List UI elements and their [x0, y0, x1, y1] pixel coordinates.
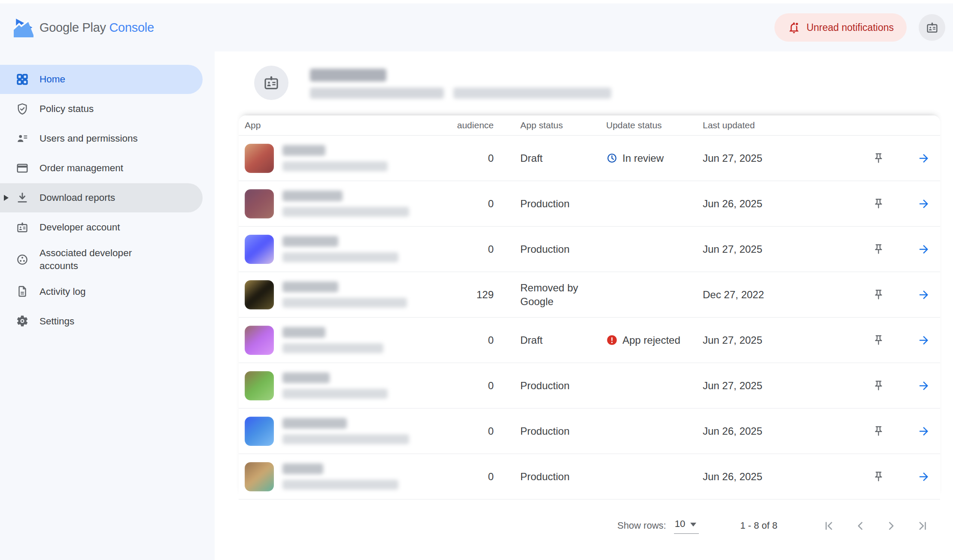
- pin-button[interactable]: [868, 380, 889, 391]
- pin-button[interactable]: [868, 198, 889, 209]
- play-console-logo[interactable]: Google Play Console: [14, 18, 154, 37]
- app-icon-redacted: [245, 280, 274, 309]
- app-status: Removed by Google: [520, 281, 606, 308]
- audience-value: 0: [434, 152, 494, 164]
- app-status: Production: [520, 424, 606, 438]
- app-name-redacted: [282, 418, 409, 444]
- audience-value: 0: [434, 380, 494, 392]
- pin-icon: [873, 198, 884, 209]
- table-row[interactable]: 0 Production Jun 26, 2025: [239, 454, 940, 499]
- table-body: 0 Draft In review Jun 27, 2025 0 Product…: [239, 136, 940, 499]
- open-app-arrow-button[interactable]: [914, 379, 934, 392]
- pin-button[interactable]: [868, 243, 889, 255]
- app-name-redacted: [282, 282, 407, 308]
- pin-button[interactable]: [868, 334, 889, 346]
- last-updated: Dec 27, 2022: [703, 289, 832, 301]
- app-name-redacted: [282, 327, 383, 353]
- pin-button[interactable]: [868, 471, 889, 482]
- main-content: App audience App status Update status La…: [215, 51, 953, 560]
- open-app-arrow-button[interactable]: [914, 334, 934, 347]
- last-updated: Jun 26, 2025: [703, 471, 832, 483]
- account-name-redacted: [310, 69, 386, 82]
- sidebar-item-download-reports[interactable]: Download reports: [0, 183, 203, 212]
- last-updated: Jun 27, 2025: [703, 380, 832, 392]
- app-icon-redacted: [245, 417, 274, 446]
- error-icon: [606, 334, 618, 346]
- sidebar-item-home[interactable]: Home: [0, 65, 203, 94]
- clock-icon: [606, 152, 618, 164]
- sidebar-item-order-management[interactable]: Order management: [0, 154, 203, 183]
- app-status: Production: [520, 379, 606, 392]
- arrow-right-icon: [917, 288, 930, 301]
- pin-button[interactable]: [868, 152, 889, 164]
- sidebar-item-associated-developer-accounts[interactable]: Associated developer accounts: [0, 242, 203, 276]
- arrow-right-icon: [917, 197, 930, 210]
- audience-value: 0: [434, 334, 494, 346]
- table-row[interactable]: 0 Production Jun 27, 2025: [239, 363, 940, 409]
- next-page-button[interactable]: [885, 519, 898, 532]
- sidebar-item-activity-log[interactable]: Activity log: [0, 277, 203, 306]
- unread-notifications-button[interactable]: Unread notifications: [774, 13, 907, 42]
- next-page-icon: [885, 520, 898, 532]
- account-email-redacted: [310, 88, 444, 99]
- rows-per-page-select[interactable]: 10: [674, 518, 699, 534]
- update-status: In review: [606, 152, 703, 164]
- pin-button[interactable]: [868, 425, 889, 437]
- bell-icon: [787, 21, 801, 34]
- open-app-arrow-button[interactable]: [914, 470, 934, 483]
- first-page-button[interactable]: [822, 519, 835, 532]
- unread-notifications-label: Unread notifications: [807, 22, 894, 33]
- app-status: Production: [520, 470, 606, 483]
- last-updated: Jun 26, 2025: [703, 198, 832, 210]
- pagination-controls: [822, 519, 929, 532]
- app-cell: [245, 144, 434, 173]
- last-page-button[interactable]: [916, 519, 929, 532]
- developer-account-button[interactable]: [919, 14, 945, 41]
- last-updated: Jun 27, 2025: [703, 243, 832, 255]
- column-header-audience: audience: [434, 120, 494, 130]
- sidebar-item-policy-status[interactable]: Policy status: [0, 94, 203, 124]
- open-app-arrow-button[interactable]: [914, 152, 934, 165]
- arrow-right-icon: [917, 243, 930, 256]
- chevron-down-icon: [690, 523, 696, 527]
- open-app-arrow-button[interactable]: [914, 425, 934, 438]
- open-app-arrow-button[interactable]: [914, 288, 934, 301]
- pin-icon: [873, 471, 884, 482]
- account-avatar: [254, 66, 288, 100]
- previous-page-button[interactable]: [853, 519, 866, 532]
- sidebar-item-developer-account[interactable]: Developer account: [0, 213, 203, 242]
- app-cell: [245, 235, 434, 264]
- app-status: Production: [520, 242, 606, 256]
- pin-icon: [873, 334, 884, 346]
- table-row[interactable]: 0 Production Jun 27, 2025: [239, 227, 940, 272]
- audience-value: 0: [434, 425, 494, 437]
- arrow-right-icon: [917, 425, 930, 438]
- table-row[interactable]: 0 Production Jun 26, 2025: [239, 181, 940, 227]
- open-app-arrow-button[interactable]: [914, 243, 934, 256]
- id-badge-icon: [16, 221, 29, 234]
- app-icon-redacted: [245, 462, 274, 491]
- sidebar-item-settings[interactable]: Settings: [0, 306, 203, 336]
- audience-value: 0: [434, 471, 494, 483]
- sidebar: Home Policy status Users and permissions…: [0, 51, 215, 560]
- table-row[interactable]: 0 Draft App rejected Jun 27, 2025: [239, 318, 940, 363]
- app-icon-redacted: [245, 189, 274, 218]
- app-name-redacted: [282, 236, 398, 262]
- account-info-redacted: [310, 66, 611, 99]
- table-row[interactable]: 129 Removed by Google Dec 27, 2022: [239, 272, 940, 318]
- column-header-last-updated: Last updated: [703, 120, 832, 130]
- expand-caret-icon[interactable]: [4, 195, 9, 201]
- sidebar-item-users-permissions[interactable]: Users and permissions: [0, 124, 203, 153]
- app-cell: [245, 462, 434, 491]
- logo-text: Google Play Console: [39, 21, 154, 35]
- last-updated: Jun 27, 2025: [703, 334, 832, 346]
- app-status: Draft: [520, 151, 606, 165]
- update-status-label: App rejected: [622, 334, 680, 346]
- last-updated: Jun 26, 2025: [703, 425, 832, 437]
- table-row[interactable]: 0 Production Jun 26, 2025: [239, 409, 940, 454]
- download-icon: [16, 191, 29, 204]
- table-row[interactable]: 0 Draft In review Jun 27, 2025: [239, 136, 940, 181]
- pin-button[interactable]: [868, 289, 889, 300]
- open-app-arrow-button[interactable]: [914, 197, 934, 210]
- last-updated: Jun 27, 2025: [703, 152, 832, 164]
